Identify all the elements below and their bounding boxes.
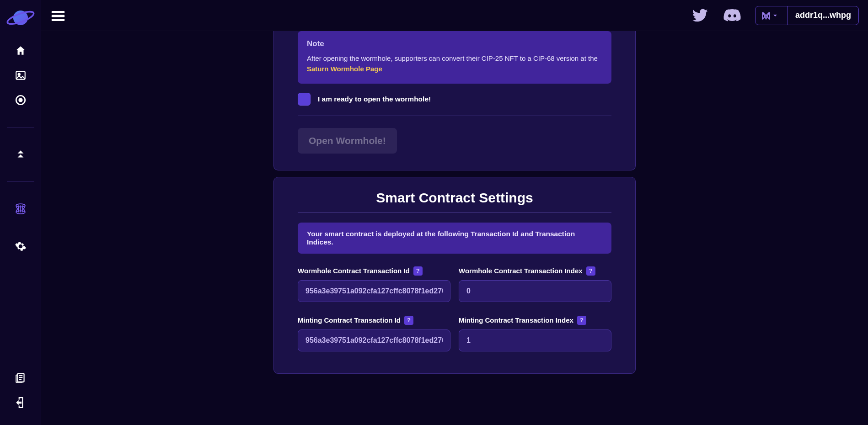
wallet-button[interactable]: addr1q...whpg xyxy=(755,6,859,25)
logout-icon[interactable] xyxy=(15,397,27,409)
wormhole-txidx-input[interactable] xyxy=(459,280,611,302)
open-wormhole-button[interactable]: Open Wormhole! xyxy=(298,128,397,154)
main: addr1q...whpg Note After opening the wor… xyxy=(41,0,868,425)
wallet-address: addr1q...whpg xyxy=(788,6,858,25)
wormhole-txid-label: Wormhole Contract Transaction Id xyxy=(298,267,410,275)
content: Note After opening the wormhole, support… xyxy=(41,31,868,425)
divider xyxy=(298,212,611,212)
contract-settings-card: Smart Contract Settings Your smart contr… xyxy=(273,177,636,374)
docs-icon[interactable] xyxy=(15,372,27,384)
logo[interactable] xyxy=(4,6,37,42)
wormhole-txidx-label: Wormhole Contract Transaction Index xyxy=(459,267,583,275)
help-icon[interactable]: ? xyxy=(404,316,413,325)
minting-txidx-group: Minting Contract Transaction Index ? xyxy=(459,316,611,351)
svg-rect-9 xyxy=(52,11,64,13)
ready-row: I am ready to open the wormhole! xyxy=(298,93,611,116)
divider xyxy=(7,127,34,128)
sidebar xyxy=(0,0,41,425)
wormhole-card: Note After opening the wormhole, support… xyxy=(273,31,636,170)
help-icon[interactable]: ? xyxy=(586,266,595,276)
wormhole-txidx-group: Wormhole Contract Transaction Index ? xyxy=(459,266,611,302)
help-icon[interactable]: ? xyxy=(577,316,586,325)
upgrade-icon[interactable] xyxy=(15,149,27,160)
minting-txid-group: Minting Contract Transaction Id ? xyxy=(298,316,450,351)
note-text: After opening the wormhole, supporters c… xyxy=(307,53,602,74)
image-icon[interactable] xyxy=(15,69,27,81)
wallet-network-icon xyxy=(755,6,783,25)
topbar: addr1q...whpg xyxy=(41,0,868,31)
wormhole-txid-input[interactable] xyxy=(298,280,450,302)
settings-icon[interactable] xyxy=(15,240,27,252)
svg-rect-11 xyxy=(52,19,64,21)
help-icon[interactable]: ? xyxy=(413,266,423,276)
note-body: After opening the wormhole, supporters c… xyxy=(307,54,598,62)
svg-point-3 xyxy=(18,74,20,75)
svg-point-5 xyxy=(19,99,22,102)
ready-checkbox[interactable] xyxy=(298,93,311,106)
divider xyxy=(7,181,34,182)
ready-label: I am ready to open the wormhole! xyxy=(318,95,431,103)
note-box: Note After opening the wormhole, support… xyxy=(298,31,611,84)
menu-icon[interactable] xyxy=(50,8,66,23)
minting-txid-label: Minting Contract Transaction Id xyxy=(298,316,401,324)
minting-txidx-label: Minting Contract Transaction Index xyxy=(459,316,573,324)
minting-txidx-input[interactable] xyxy=(459,329,611,351)
home-icon[interactable] xyxy=(15,45,27,57)
info-box: Your smart contract is deployed at the f… xyxy=(298,223,611,254)
discord-icon[interactable] xyxy=(723,6,741,25)
wormhole-icon[interactable] xyxy=(15,203,27,215)
minting-txid-input[interactable] xyxy=(298,329,450,351)
twitter-icon[interactable] xyxy=(691,6,709,25)
saturn-wormhole-link[interactable]: Saturn Wormhole Page xyxy=(307,65,382,73)
svg-rect-10 xyxy=(52,15,64,17)
section-title: Smart Contract Settings xyxy=(298,190,611,206)
wormhole-txid-group: Wormhole Contract Transaction Id ? xyxy=(298,266,450,302)
note-title: Note xyxy=(307,39,602,48)
add-icon[interactable] xyxy=(15,94,27,106)
